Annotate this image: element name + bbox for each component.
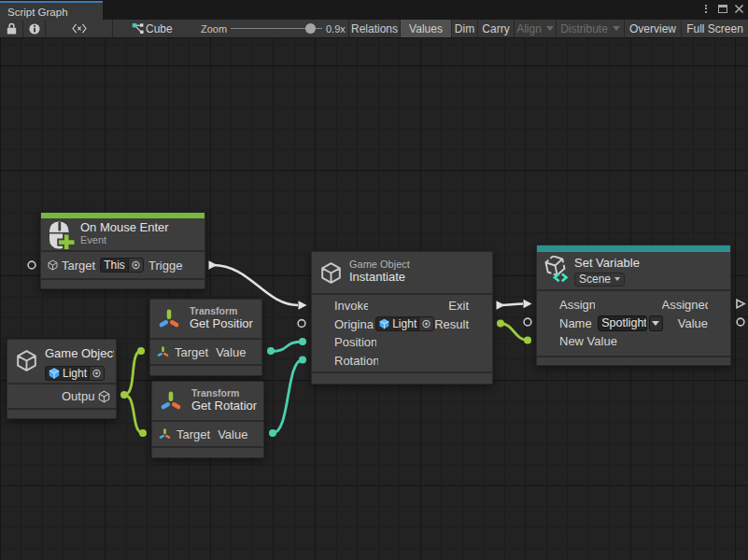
node-port-rows: Target Value: [152, 420, 263, 446]
maximize-icon[interactable]: [718, 5, 727, 13]
port-row: Assign Assigned: [537, 296, 730, 315]
tab-title: Script Graph: [7, 7, 68, 18]
node-header: Game Object Light: [7, 340, 116, 383]
node-title: Get Position: [190, 316, 253, 330]
tab-script-graph[interactable]: Script Graph: [0, 1, 103, 20]
lock-button[interactable]: [0, 20, 22, 37]
port-label-value: Value: [218, 427, 247, 441]
graph-icon: [132, 22, 144, 35]
node-set-variable[interactable]: Set Variable Scene Assign Assigned Name …: [536, 245, 731, 366]
gameobject-value: Light: [61, 367, 89, 380]
values-button[interactable]: Values: [401, 20, 451, 37]
node-category: Transform: [191, 387, 257, 399]
inspect-button[interactable]: [23, 20, 45, 37]
node-footer: [150, 364, 261, 375]
gameobject-value-field[interactable]: Light: [45, 366, 105, 381]
port-label-assigned: Assigned: [662, 298, 709, 312]
code-preview-button[interactable]: [46, 20, 112, 37]
port-row: Output: [7, 385, 116, 408]
transform-icon: [158, 427, 172, 441]
node-header: Transform Get Position: [150, 300, 261, 338]
align-button[interactable]: Align: [515, 20, 556, 37]
port-label-original: Original: [334, 317, 374, 331]
gameobject-cube-icon: [318, 260, 344, 286]
script-graph-window: Script Graph: [0, 0, 748, 560]
dropdown-caret-icon: [614, 277, 620, 281]
port-label-name: Name: [559, 316, 592, 330]
variable-name-dropdown[interactable]: Spotlight: [598, 315, 647, 331]
node-footer: [41, 278, 205, 288]
variable-color-bar: [537, 245, 730, 252]
zoom-value: 0.9x: [326, 23, 346, 35]
distribute-button[interactable]: Distribute: [557, 20, 624, 37]
port-row: Target This Trigger: [41, 252, 205, 278]
variable-scope-dropdown[interactable]: Scene: [574, 273, 625, 287]
object-picker-section[interactable]: [90, 367, 104, 380]
node-title: Get Rotation: [191, 399, 257, 413]
port-label-new-value: New Value: [559, 334, 617, 348]
node-category: Game Object: [349, 259, 410, 270]
port-label-position: Position: [334, 335, 376, 349]
transform-icon: [157, 307, 181, 330]
port-row: New Value: [537, 332, 730, 351]
port-label-result: Result: [434, 317, 469, 331]
port-label-invoke: Invoke: [334, 299, 368, 313]
overview-button[interactable]: Overview: [625, 20, 681, 37]
variable-name-value: Spotlight: [601, 316, 647, 329]
dim-button[interactable]: Dim: [452, 20, 477, 37]
mouse-event-icon: [49, 221, 80, 249]
code-icon: [72, 23, 87, 34]
toolbar-separator: [112, 20, 113, 37]
graph-target-label: Cube: [146, 22, 173, 35]
info-icon: [29, 23, 40, 35]
node-header: Set Variable Scene: [537, 252, 730, 289]
object-picker-icon: [91, 367, 103, 380]
port-row: Rotation: [312, 352, 492, 371]
port-row: Name Spotlight Value: [537, 315, 730, 333]
node-on-mouse-enter[interactable]: On Mouse Enter Event Target This Tri: [40, 212, 205, 289]
gameobject-cube-icon: [14, 348, 39, 373]
object-picker-section[interactable]: [419, 317, 433, 330]
object-picker-section[interactable]: [129, 259, 143, 272]
fullscreen-button[interactable]: Full Screen: [682, 20, 748, 37]
variable-name-dropdown-arrow[interactable]: [649, 315, 663, 331]
port-row: Target Value: [152, 422, 263, 446]
port-label-trigger: Trigger: [148, 259, 183, 273]
port-label-assign: Assign: [559, 298, 595, 312]
port-label-exit: Exit: [448, 299, 469, 313]
node-port-rows: Target Value: [150, 338, 261, 364]
relations-button[interactable]: Relations: [349, 20, 400, 37]
prefab-cube-icon: [378, 317, 390, 330]
node-game-object-literal[interactable]: Game Object Light Ou: [7, 339, 117, 419]
port-label-target: Target: [176, 427, 210, 441]
node-instantiate[interactable]: Game Object Instantiate Invoke Exit Orig…: [311, 251, 493, 385]
node-port-rows: Assign Assigned Name Spotlight Value New…: [537, 289, 730, 356]
window-menu-icon[interactable]: [705, 5, 707, 15]
port-row: Position: [312, 333, 492, 352]
node-title: Game Object: [45, 346, 114, 360]
target-object-field[interactable]: This: [100, 258, 144, 273]
node-title: On Mouse Enter: [80, 220, 169, 234]
carry-button[interactable]: Carry: [478, 20, 514, 37]
transform-icon: [159, 389, 183, 413]
object-picker-icon: [420, 317, 432, 330]
original-object-field[interactable]: Light: [375, 316, 434, 331]
prefab-cube-icon: [48, 367, 61, 380]
node-port-rows: Target This Trigger: [41, 250, 205, 278]
node-get-rotation[interactable]: Transform Get Rotation Target Value: [151, 381, 264, 458]
port-row: Target Value: [150, 340, 261, 364]
node-title: Instantiate: [349, 270, 410, 284]
dropdown-caret-icon: [652, 321, 659, 326]
gameobject-cube-icon: [97, 389, 111, 404]
node-category: Transform: [190, 305, 253, 316]
target-field-value: This: [101, 259, 128, 272]
variable-scope-value: Scene: [579, 273, 611, 286]
node-header: Transform Get Rotation: [152, 382, 263, 420]
zoom-slider-knob[interactable]: [305, 23, 316, 34]
port-label-value: Value: [678, 316, 708, 330]
close-icon[interactable]: [734, 4, 744, 14]
lock-icon: [7, 22, 17, 35]
node-get-position[interactable]: Transform Get Position Target Value: [149, 299, 262, 376]
port-row: Original Light Result: [312, 315, 492, 334]
port-label-target: Target: [62, 259, 95, 273]
